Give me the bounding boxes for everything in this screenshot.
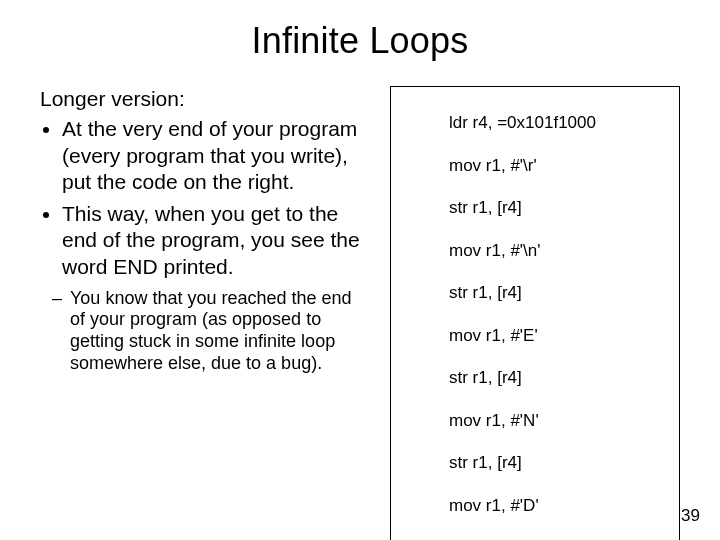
slide: Infinite Loops Longer version: At the ve… xyxy=(0,0,720,540)
code-line: mov r1, #'N' xyxy=(449,410,673,431)
code-line: mov r1, #'E' xyxy=(449,325,673,346)
code-line: str r1, [r4] xyxy=(449,282,673,303)
right-column: ldr r4, =0x101f1000 mov r1, #'\r' str r1… xyxy=(390,86,680,540)
code-line: mov r1, #'D' xyxy=(449,495,673,516)
slide-title: Infinite Loops xyxy=(40,20,680,62)
code-line: mov r1, #'\n' xyxy=(449,240,673,261)
intro-line: Longer version: xyxy=(40,86,370,112)
code-box: ldr r4, =0x101f1000 mov r1, #'\r' str r1… xyxy=(390,86,680,540)
bullet-item: This way, when you get to the end of the… xyxy=(62,201,370,280)
sub-bullet-item: You know that you reached the end of you… xyxy=(70,288,370,374)
bullet-list: At the very end of your program (every p… xyxy=(40,116,370,280)
code-line: str r1, [r4] xyxy=(449,452,673,473)
code-line: ldr r4, =0x101f1000 xyxy=(449,112,673,133)
bullet-item: At the very end of your program (every p… xyxy=(62,116,370,195)
code-line: str r1, [r4] xyxy=(449,197,673,218)
sub-bullet-list: You know that you reached the end of you… xyxy=(40,288,370,374)
page-number: 39 xyxy=(681,506,700,526)
slide-body: Longer version: At the very end of your … xyxy=(40,86,680,540)
left-column: Longer version: At the very end of your … xyxy=(40,86,370,540)
code-line: mov r1, #'\r' xyxy=(449,155,673,176)
code-line: str r1, [r4] xyxy=(449,367,673,388)
